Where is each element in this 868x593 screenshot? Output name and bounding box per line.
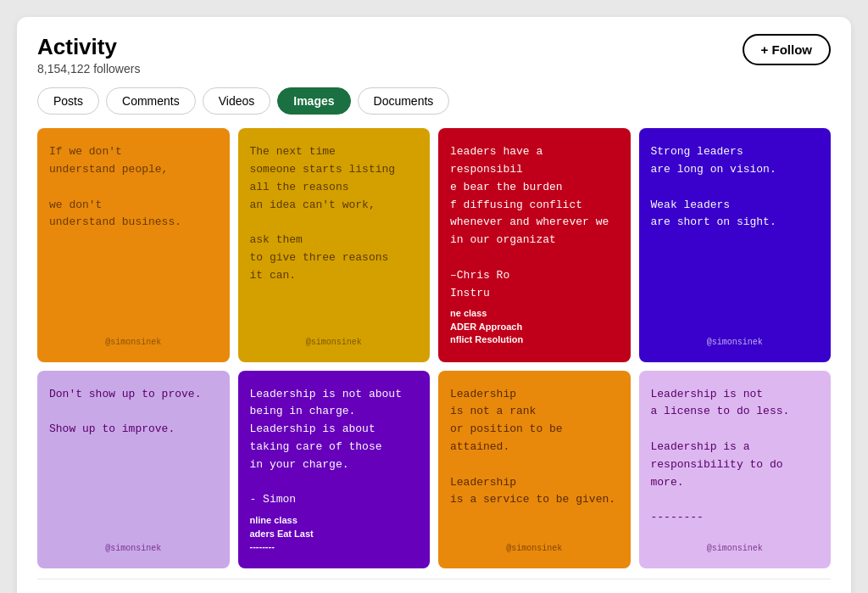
quote-text: Leadership is not a license to do less. … [651,386,820,536]
tab-posts[interactable]: Posts [37,87,99,115]
quote-text: leaders have a responsibil e bear the bu… [450,143,619,302]
image-card[interactable]: The next time someone starts listing all… [238,128,431,361]
card-bottom-label: nline class aders Eat Last -------- [250,514,419,553]
tab-documents[interactable]: Documents [358,87,450,115]
page-title: Activity [37,34,140,60]
activity-card: Activity 8,154,122 followers + Follow Po… [17,17,851,593]
show-all-button[interactable]: Show all images → [37,579,831,593]
image-card[interactable]: Don't show up to prove. Show up to impro… [37,371,230,569]
followers-count: 8,154,122 followers [37,62,140,76]
card-handle: @simonsinek [49,338,218,347]
quote-text: Strong leaders are long on vision. Weak … [651,143,820,328]
card-handle: @simonsinek [49,544,218,553]
quote-text: If we don't understand people, we don't … [49,143,218,328]
image-card[interactable]: Leadership is not a rank or position to … [438,371,631,569]
quote-text: The next time someone starts listing all… [250,143,419,328]
quote-text: Don't show up to prove. Show up to impro… [49,386,218,536]
image-card[interactable]: If we don't understand people, we don't … [37,128,230,361]
image-card[interactable]: leaders have a responsibil e bear the bu… [438,128,631,361]
images-grid: If we don't understand people, we don't … [37,128,831,568]
tab-comments[interactable]: Comments [106,87,196,115]
tab-images[interactable]: Images [277,87,350,115]
quote-text: Leadership is not a rank or position to … [450,386,619,536]
image-card[interactable]: Strong leaders are long on vision. Weak … [639,128,832,361]
tabs-bar: PostsCommentsVideosImagesDocuments [37,87,831,115]
header-left: Activity 8,154,122 followers [37,34,140,76]
image-card[interactable]: Leadership is not about being in charge.… [238,371,431,569]
card-handle: @simonsinek [250,338,419,347]
follow-button[interactable]: + Follow [743,34,831,65]
quote-text: Leadership is not about being in charge.… [250,386,419,510]
tab-videos[interactable]: Videos [203,87,271,115]
card-bottom-label: ne class ADER Approach nflict Resolution [450,307,619,346]
card-handle: @simonsinek [651,338,820,347]
card-handle: @simonsinek [450,544,619,553]
card-handle: @simonsinek [651,544,820,553]
image-card[interactable]: Leadership is not a license to do less. … [639,371,832,569]
header: Activity 8,154,122 followers + Follow [37,34,831,76]
